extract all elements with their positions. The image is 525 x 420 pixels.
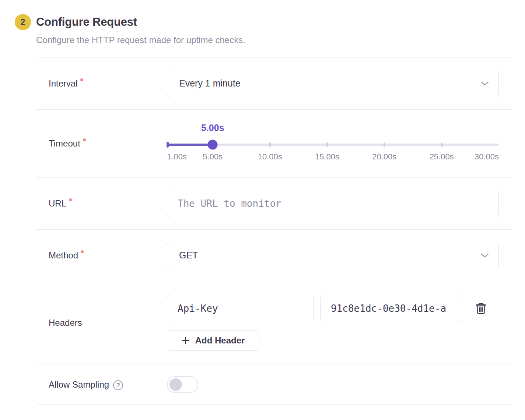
slider-scale-label: 15.00s bbox=[315, 152, 339, 162]
slider-tick bbox=[384, 142, 385, 147]
headers-label: Headers bbox=[49, 318, 82, 328]
required-dot bbox=[80, 78, 83, 81]
slider-scale-label: 30.00s bbox=[475, 152, 499, 162]
allow-sampling-toggle[interactable] bbox=[167, 376, 198, 393]
interval-selected-value: Every 1 minute bbox=[179, 78, 241, 89]
timeout-slider-handle[interactable] bbox=[208, 140, 218, 150]
url-input[interactable] bbox=[167, 190, 499, 217]
slider-scale-label: 1.00s bbox=[167, 152, 187, 162]
required-dot bbox=[83, 138, 86, 141]
delete-header-button[interactable] bbox=[474, 300, 488, 316]
slider-scale-labels: 1.00s 5.00s 10.00s 15.00s 20.00s 25.00s … bbox=[167, 152, 499, 162]
slider-scale-label: 5.00s bbox=[203, 152, 223, 162]
slider-track-active bbox=[167, 144, 213, 146]
chevron-down-icon bbox=[481, 81, 489, 86]
slider-scale-label: 20.00s bbox=[372, 152, 396, 162]
step-number-badge: 2 bbox=[15, 14, 31, 30]
url-label: URL bbox=[49, 198, 66, 209]
page-subtitle: Configure the HTTP request made for upti… bbox=[36, 35, 245, 45]
headers-row: Headers bbox=[36, 281, 513, 364]
required-dot bbox=[81, 250, 84, 253]
help-icon[interactable]: ? bbox=[113, 380, 123, 390]
add-header-button[interactable]: Add Header bbox=[167, 330, 259, 351]
add-header-label: Add Header bbox=[195, 335, 245, 346]
slider-tick bbox=[326, 142, 328, 147]
interval-select[interactable]: Every 1 minute bbox=[167, 70, 499, 97]
configure-request-card: Interval Every 1 minute Timeout 5. bbox=[36, 57, 513, 405]
interval-label: Interval bbox=[49, 78, 78, 89]
trash-icon bbox=[475, 302, 487, 315]
section-header: 2 Configure Request Configure the HTTP r… bbox=[15, 14, 245, 45]
slider-scale-label: 25.00s bbox=[430, 152, 454, 162]
method-label: Method bbox=[49, 250, 78, 261]
timeout-row: Timeout 5.00s bbox=[36, 109, 513, 177]
required-dot bbox=[69, 198, 72, 201]
slider-track-start-cap bbox=[167, 142, 169, 148]
header-name-input[interactable] bbox=[167, 295, 314, 322]
interval-row: Interval Every 1 minute bbox=[36, 57, 513, 109]
timeout-slider-track[interactable] bbox=[167, 142, 499, 148]
timeout-slider: 5.00s 1.00s 5.00s 10.00s bbox=[167, 123, 499, 164]
page-title: Configure Request bbox=[36, 15, 137, 29]
help-glyph: ? bbox=[116, 382, 120, 389]
chevron-down-icon bbox=[481, 253, 489, 258]
timeout-slider-value: 5.00s bbox=[201, 123, 224, 133]
method-row: Method GET bbox=[36, 229, 513, 281]
plus-icon bbox=[182, 336, 190, 345]
toggle-knob bbox=[169, 378, 182, 391]
timeout-label: Timeout bbox=[49, 138, 80, 149]
slider-tick bbox=[441, 142, 442, 147]
method-select[interactable]: GET bbox=[167, 242, 499, 269]
header-key-value-row bbox=[167, 295, 499, 322]
slider-tick bbox=[269, 142, 271, 147]
step-number: 2 bbox=[21, 17, 25, 27]
allow-sampling-label: Allow Sampling bbox=[49, 380, 109, 390]
allow-sampling-row: Allow Sampling ? bbox=[36, 364, 513, 405]
header-value-input[interactable] bbox=[320, 295, 463, 322]
url-row: URL bbox=[36, 177, 513, 229]
method-selected-value: GET bbox=[179, 250, 198, 261]
slider-scale-label: 10.00s bbox=[258, 152, 282, 162]
